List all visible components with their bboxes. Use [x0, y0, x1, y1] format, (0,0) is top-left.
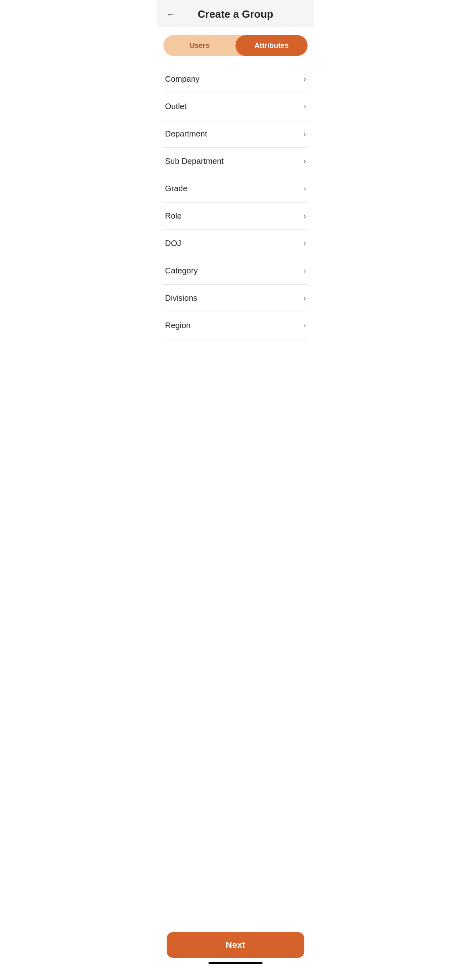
- spacer: [157, 339, 314, 404]
- chevron-right-icon: ›: [304, 212, 306, 220]
- list-item-role[interactable]: Role›: [163, 203, 308, 230]
- list-item-category[interactable]: Category›: [163, 257, 308, 285]
- chevron-right-icon: ›: [304, 267, 306, 275]
- list-item-label-doj: DOJ: [165, 239, 181, 248]
- back-arrow-icon: ←: [166, 9, 175, 20]
- list-item-label-sub-department: Sub Department: [165, 157, 224, 166]
- list-item-company[interactable]: Company›: [163, 66, 308, 93]
- list-item-label-outlet: Outlet: [165, 102, 186, 111]
- attributes-list: Company›Outlet›Department›Sub Department…: [157, 66, 314, 339]
- list-item-grade[interactable]: Grade›: [163, 175, 308, 203]
- chevron-right-icon: ›: [304, 239, 306, 248]
- next-button[interactable]: Next: [167, 932, 304, 958]
- home-indicator: [209, 962, 262, 964]
- page-title: Create a Group: [165, 8, 306, 21]
- list-item-department[interactable]: Department›: [163, 120, 308, 148]
- list-item-label-role: Role: [165, 211, 182, 221]
- bottom-bar: Next: [157, 926, 314, 980]
- list-item-region[interactable]: Region›: [163, 312, 308, 339]
- chevron-right-icon: ›: [304, 184, 306, 193]
- chevron-right-icon: ›: [304, 102, 306, 111]
- chevron-right-icon: ›: [304, 157, 306, 165]
- list-item-sub-department[interactable]: Sub Department›: [163, 148, 308, 175]
- list-item-label-divisions: Divisions: [165, 294, 197, 303]
- list-item-label-category: Category: [165, 266, 198, 275]
- list-item-label-region: Region: [165, 321, 190, 330]
- tab-users-label: Users: [189, 41, 209, 50]
- list-item-label-company: Company: [165, 74, 200, 84]
- list-item-label-department: Department: [165, 129, 207, 139]
- chevron-right-icon: ›: [304, 75, 306, 83]
- tab-users[interactable]: Users: [163, 35, 236, 56]
- list-item-divisions[interactable]: Divisions›: [163, 285, 308, 312]
- header: ← Create a Group: [157, 0, 314, 27]
- tab-attributes[interactable]: Attributes: [236, 35, 308, 56]
- chevron-right-icon: ›: [304, 321, 306, 330]
- list-item-doj[interactable]: DOJ›: [163, 230, 308, 257]
- list-item-label-grade: Grade: [165, 184, 188, 193]
- chevron-right-icon: ›: [304, 130, 306, 138]
- back-button[interactable]: ←: [163, 7, 178, 22]
- tab-attributes-label: Attributes: [254, 41, 289, 50]
- list-item-outlet[interactable]: Outlet›: [163, 93, 308, 120]
- tab-bar: Users Attributes: [163, 35, 308, 56]
- chevron-right-icon: ›: [304, 294, 306, 302]
